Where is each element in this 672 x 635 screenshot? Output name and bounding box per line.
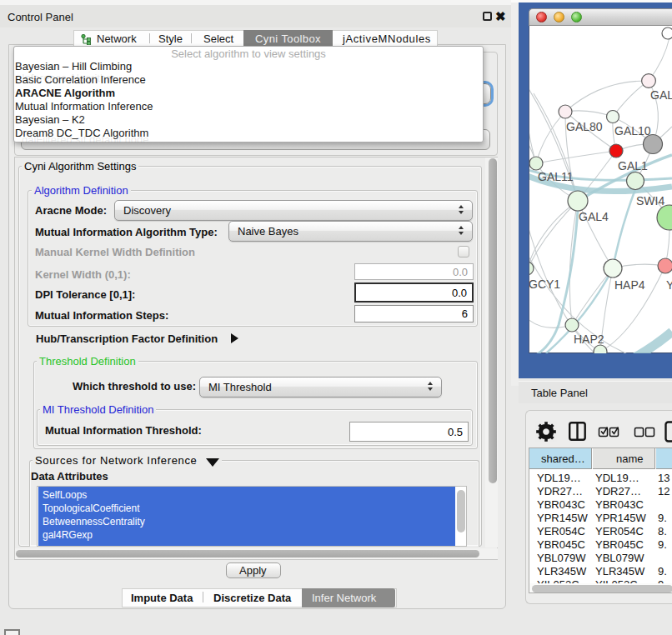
svg-text:GAL80: GAL80 <box>566 120 603 133</box>
svg-text:GCY1: GCY1 <box>529 278 560 291</box>
svg-text:GAL10: GAL10 <box>614 124 651 138</box>
svg-text:SWI4: SWI4 <box>636 194 664 208</box>
svg-text:HAP2: HAP2 <box>574 332 604 346</box>
svg-text:HAP4: HAP4 <box>614 278 645 292</box>
svg-text:GAL: GAL <box>650 88 672 102</box>
svg-text:GAL1: GAL1 <box>618 159 648 172</box>
svg-text:GAL4: GAL4 <box>579 210 609 223</box>
svg-text:Y: Y <box>666 278 672 292</box>
svg-text:GAL11: GAL11 <box>538 170 574 183</box>
